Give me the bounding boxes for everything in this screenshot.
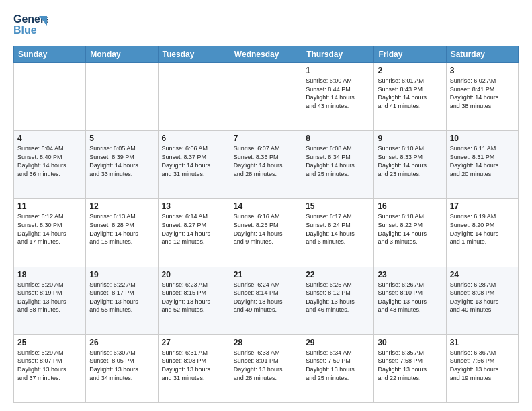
day-info: Sunrise: 6:28 AM Sunset: 8:08 PM Dayligh… bbox=[450, 281, 515, 314]
day-cell: 26Sunrise: 6:30 AM Sunset: 8:05 PM Dayli… bbox=[86, 334, 158, 402]
day-cell: 22Sunrise: 6:25 AM Sunset: 8:12 PM Dayli… bbox=[302, 267, 374, 334]
weekday-wednesday: Wednesday bbox=[230, 46, 302, 63]
day-cell: 14Sunrise: 6:16 AM Sunset: 8:25 PM Dayli… bbox=[230, 199, 302, 267]
weekday-header-row: SundayMondayTuesdayWednesdayThursdayFrid… bbox=[14, 46, 519, 63]
day-info: Sunrise: 6:22 AM Sunset: 8:17 PM Dayligh… bbox=[89, 281, 154, 314]
day-info: Sunrise: 6:29 AM Sunset: 8:07 PM Dayligh… bbox=[17, 349, 82, 382]
day-number: 28 bbox=[234, 338, 298, 347]
day-number: 20 bbox=[162, 270, 226, 279]
day-number: 31 bbox=[450, 338, 515, 347]
day-info: Sunrise: 6:23 AM Sunset: 8:15 PM Dayligh… bbox=[162, 281, 226, 314]
day-number: 30 bbox=[378, 338, 442, 347]
day-info: Sunrise: 6:16 AM Sunset: 8:25 PM Dayligh… bbox=[234, 212, 298, 246]
day-number: 24 bbox=[450, 270, 515, 279]
day-number: 22 bbox=[306, 270, 370, 279]
day-cell: 23Sunrise: 6:26 AM Sunset: 8:10 PM Dayli… bbox=[374, 267, 446, 334]
calendar: SundayMondayTuesdayWednesdayThursdayFrid… bbox=[13, 46, 519, 403]
day-info: Sunrise: 6:18 AM Sunset: 8:22 PM Dayligh… bbox=[378, 212, 442, 246]
day-number: 12 bbox=[89, 201, 154, 211]
day-number: 6 bbox=[162, 134, 226, 143]
day-cell: 16Sunrise: 6:18 AM Sunset: 8:22 PM Dayli… bbox=[374, 199, 446, 267]
svg-text:Blue: Blue bbox=[13, 24, 37, 36]
day-cell: 25Sunrise: 6:29 AM Sunset: 8:07 PM Dayli… bbox=[14, 334, 86, 402]
weekday-thursday: Thursday bbox=[302, 46, 374, 63]
weekday-tuesday: Tuesday bbox=[158, 46, 230, 63]
day-info: Sunrise: 6:19 AM Sunset: 8:20 PM Dayligh… bbox=[450, 212, 515, 246]
day-info: Sunrise: 6:00 AM Sunset: 8:44 PM Dayligh… bbox=[306, 77, 370, 110]
day-number: 25 bbox=[17, 338, 82, 347]
day-cell bbox=[14, 63, 86, 131]
day-info: Sunrise: 6:01 AM Sunset: 8:43 PM Dayligh… bbox=[378, 77, 442, 110]
day-number: 10 bbox=[450, 134, 515, 143]
day-info: Sunrise: 6:20 AM Sunset: 8:19 PM Dayligh… bbox=[17, 281, 82, 314]
day-info: Sunrise: 6:08 AM Sunset: 8:34 PM Dayligh… bbox=[306, 144, 370, 178]
day-number: 1 bbox=[306, 66, 370, 75]
day-info: Sunrise: 6:25 AM Sunset: 8:12 PM Dayligh… bbox=[306, 281, 370, 314]
weekday-monday: Monday bbox=[86, 46, 158, 63]
week-row-3: 11Sunrise: 6:12 AM Sunset: 8:30 PM Dayli… bbox=[14, 199, 519, 267]
day-number: 21 bbox=[234, 270, 298, 279]
day-cell: 29Sunrise: 6:34 AM Sunset: 7:59 PM Dayli… bbox=[302, 334, 374, 402]
day-cell: 13Sunrise: 6:14 AM Sunset: 8:27 PM Dayli… bbox=[158, 199, 230, 267]
day-info: Sunrise: 6:13 AM Sunset: 8:28 PM Dayligh… bbox=[89, 212, 154, 246]
header: General Blue bbox=[13, 11, 519, 39]
day-cell: 15Sunrise: 6:17 AM Sunset: 8:24 PM Dayli… bbox=[302, 199, 374, 267]
day-number: 5 bbox=[89, 134, 154, 143]
day-cell: 20Sunrise: 6:23 AM Sunset: 8:15 PM Dayli… bbox=[158, 267, 230, 334]
day-number: 8 bbox=[306, 134, 370, 143]
day-info: Sunrise: 6:14 AM Sunset: 8:27 PM Dayligh… bbox=[162, 212, 226, 246]
day-info: Sunrise: 6:24 AM Sunset: 8:14 PM Dayligh… bbox=[234, 281, 298, 314]
day-cell: 7Sunrise: 6:07 AM Sunset: 8:36 PM Daylig… bbox=[230, 131, 302, 199]
day-number: 3 bbox=[450, 66, 515, 75]
day-cell: 1Sunrise: 6:00 AM Sunset: 8:44 PM Daylig… bbox=[302, 63, 374, 131]
day-info: Sunrise: 6:17 AM Sunset: 8:24 PM Dayligh… bbox=[306, 212, 370, 246]
day-cell: 8Sunrise: 6:08 AM Sunset: 8:34 PM Daylig… bbox=[302, 131, 374, 199]
day-number: 7 bbox=[234, 134, 298, 143]
day-cell: 2Sunrise: 6:01 AM Sunset: 8:43 PM Daylig… bbox=[374, 63, 446, 131]
day-info: Sunrise: 6:06 AM Sunset: 8:37 PM Dayligh… bbox=[162, 144, 226, 178]
day-number: 4 bbox=[17, 134, 82, 143]
page: General Blue SundayMondayTuesdayWednesda… bbox=[0, 0, 532, 411]
day-cell: 10Sunrise: 6:11 AM Sunset: 8:31 PM Dayli… bbox=[446, 131, 518, 199]
day-cell: 3Sunrise: 6:02 AM Sunset: 8:41 PM Daylig… bbox=[446, 63, 518, 131]
day-number: 18 bbox=[17, 270, 82, 279]
day-number: 19 bbox=[89, 270, 154, 279]
day-cell: 11Sunrise: 6:12 AM Sunset: 8:30 PM Dayli… bbox=[14, 199, 86, 267]
day-info: Sunrise: 6:33 AM Sunset: 8:01 PM Dayligh… bbox=[234, 349, 298, 382]
logo: General Blue bbox=[13, 11, 48, 39]
day-cell: 19Sunrise: 6:22 AM Sunset: 8:17 PM Dayli… bbox=[86, 267, 158, 334]
day-number: 15 bbox=[306, 201, 370, 211]
weekday-saturday: Saturday bbox=[446, 46, 518, 63]
week-row-1: 1Sunrise: 6:00 AM Sunset: 8:44 PM Daylig… bbox=[14, 63, 519, 131]
day-info: Sunrise: 6:05 AM Sunset: 8:39 PM Dayligh… bbox=[89, 144, 154, 178]
day-number: 14 bbox=[234, 201, 298, 211]
day-number: 29 bbox=[306, 338, 370, 347]
day-number: 11 bbox=[17, 201, 82, 211]
logo-icon: General Blue bbox=[13, 11, 48, 39]
day-number: 16 bbox=[378, 201, 442, 211]
day-info: Sunrise: 6:04 AM Sunset: 8:40 PM Dayligh… bbox=[17, 144, 82, 178]
day-info: Sunrise: 6:34 AM Sunset: 7:59 PM Dayligh… bbox=[306, 349, 370, 382]
day-number: 17 bbox=[450, 201, 515, 211]
day-cell bbox=[158, 63, 230, 131]
day-cell: 9Sunrise: 6:10 AM Sunset: 8:33 PM Daylig… bbox=[374, 131, 446, 199]
day-cell bbox=[86, 63, 158, 131]
day-info: Sunrise: 6:35 AM Sunset: 7:58 PM Dayligh… bbox=[378, 349, 442, 382]
day-number: 13 bbox=[162, 201, 226, 211]
day-info: Sunrise: 6:10 AM Sunset: 8:33 PM Dayligh… bbox=[378, 144, 442, 178]
day-cell: 4Sunrise: 6:04 AM Sunset: 8:40 PM Daylig… bbox=[14, 131, 86, 199]
day-info: Sunrise: 6:31 AM Sunset: 8:03 PM Dayligh… bbox=[162, 349, 226, 382]
day-info: Sunrise: 6:07 AM Sunset: 8:36 PM Dayligh… bbox=[234, 144, 298, 178]
week-row-2: 4Sunrise: 6:04 AM Sunset: 8:40 PM Daylig… bbox=[14, 131, 519, 199]
day-info: Sunrise: 6:02 AM Sunset: 8:41 PM Dayligh… bbox=[450, 77, 515, 110]
day-number: 26 bbox=[89, 338, 154, 347]
day-number: 2 bbox=[378, 66, 442, 75]
day-cell: 28Sunrise: 6:33 AM Sunset: 8:01 PM Dayli… bbox=[230, 334, 302, 402]
day-info: Sunrise: 6:30 AM Sunset: 8:05 PM Dayligh… bbox=[89, 349, 154, 382]
day-cell: 18Sunrise: 6:20 AM Sunset: 8:19 PM Dayli… bbox=[14, 267, 86, 334]
day-cell: 6Sunrise: 6:06 AM Sunset: 8:37 PM Daylig… bbox=[158, 131, 230, 199]
day-info: Sunrise: 6:11 AM Sunset: 8:31 PM Dayligh… bbox=[450, 144, 515, 178]
day-cell: 21Sunrise: 6:24 AM Sunset: 8:14 PM Dayli… bbox=[230, 267, 302, 334]
day-number: 9 bbox=[378, 134, 442, 143]
week-row-5: 25Sunrise: 6:29 AM Sunset: 8:07 PM Dayli… bbox=[14, 334, 519, 402]
